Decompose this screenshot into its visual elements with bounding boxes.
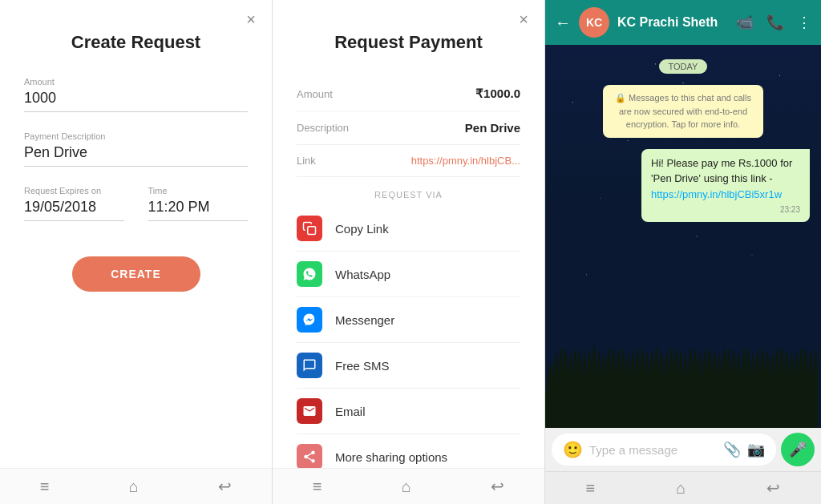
share-icon-5 [297, 444, 322, 468]
amount-value: 1000 [24, 90, 248, 112]
menu-icon-p3[interactable]: ≡ [586, 479, 596, 498]
home-icon-p2[interactable]: ⌂ [402, 478, 411, 496]
back-icon-p2[interactable]: ↩ [491, 477, 504, 496]
share-icon-1 [297, 261, 322, 287]
create-button[interactable]: CREATE [72, 256, 200, 292]
desc-value: Pen Drive [24, 144, 248, 167]
share-item-free-sms[interactable]: Free SMS [297, 343, 520, 389]
req-desc-label: Description [297, 122, 349, 134]
attach-icon[interactable]: 📎 [723, 441, 741, 458]
more-options-icon[interactable]: ⋮ [797, 14, 811, 31]
wa-input-wrap[interactable]: 🙂 Type a message 📎 📷 [552, 433, 776, 466]
camera-icon[interactable]: 📷 [747, 441, 765, 458]
amount-field-group: Amount 1000 [24, 77, 248, 112]
req-amount-label: Amount [297, 88, 333, 100]
share-icon-2 [297, 307, 322, 333]
request-payment-panel: × Request Payment Amount ₹1000.0 Descrip… [273, 0, 545, 504]
req-link-value[interactable]: https://pmny.in/hlbjCB... [411, 155, 520, 167]
back-icon-p3[interactable]: ↩ [766, 478, 780, 498]
time-field-group: Time 11:20 PM [148, 186, 249, 221]
share-icon-3 [297, 353, 322, 378]
share-item-email[interactable]: Email [297, 389, 520, 434]
emoji-icon[interactable]: 🙂 [563, 440, 583, 459]
panel2-bottom-nav: ≡ ⌂ ↩ [273, 468, 544, 504]
today-badge: TODAY [659, 59, 708, 74]
req-desc-row: Description Pen Drive [297, 111, 520, 145]
share-item-copy-link[interactable]: Copy Link [297, 206, 520, 252]
panel1-bottom-nav: ≡ ⌂ ↩ [0, 468, 272, 504]
home-icon-p3[interactable]: ⌂ [676, 479, 686, 498]
req-amount-row: Amount ₹1000.0 [297, 77, 520, 111]
share-list: Copy LinkWhatsAppMessengerFree SMSEmailM… [297, 206, 520, 468]
back-icon[interactable]: ↩ [218, 477, 232, 496]
req-desc-value: Pen Drive [465, 121, 520, 135]
share-label-2: Messenger [335, 313, 394, 327]
desc-label: Payment Description [24, 131, 248, 141]
message-input[interactable]: Type a message [589, 443, 717, 457]
share-label-1: WhatsApp [335, 268, 390, 281]
share-item-whatsapp[interactable]: WhatsApp [297, 252, 520, 297]
call-icon[interactable]: 📞 [766, 14, 784, 31]
expires-field-group: Request Expires on 19/05/2018 [24, 186, 124, 221]
wa-chat-body: TODAY 🔒 Messages to this chat and calls … [545, 45, 821, 428]
create-request-panel: × Create Request Amount 1000 Payment Des… [0, 0, 273, 504]
req-link-label: Link [297, 155, 316, 167]
share-item-more-sharing-options[interactable]: More sharing options [297, 434, 520, 468]
time-value: 11:20 PM [148, 199, 249, 221]
wa-header-icons: 📹 📞 ⋮ [736, 14, 811, 31]
close-button-panel2[interactable]: × [519, 11, 528, 27]
expires-value: 19/05/2018 [24, 199, 124, 221]
system-message: 🔒 Messages to this chat and calls are no… [603, 85, 763, 138]
close-button-panel1[interactable]: × [246, 11, 256, 27]
share-label-5: More sharing options [335, 450, 447, 464]
chat-text: Hi! Please pay me Rs.1000 for 'Pen Drive… [651, 157, 792, 185]
svg-rect-0 [308, 227, 316, 235]
chat-bubble: Hi! Please pay me Rs.1000 for 'Pen Drive… [641, 149, 810, 223]
req-via-label: REQUEST VIA [297, 190, 520, 200]
description-field-group: Payment Description Pen Drive [24, 131, 248, 167]
menu-icon[interactable]: ≡ [40, 478, 50, 496]
avatar: KC [579, 7, 609, 38]
whatsapp-panel: ← KC KC Prachi Sheth 📹 📞 ⋮ TODAY 🔒 Messa… [545, 0, 821, 504]
wa-input-bar: 🙂 Type a message 📎 📷 🎤 [545, 428, 821, 471]
req-amount-value: ₹1000.0 [475, 87, 520, 101]
grass-silhouette [545, 332, 818, 428]
home-icon[interactable]: ⌂ [129, 478, 139, 496]
panel2-title: Request Payment [297, 32, 520, 53]
share-label-3: Free SMS [335, 359, 390, 373]
chat-time: 23:23 [651, 204, 800, 216]
share-label-4: Email [335, 405, 366, 418]
amount-label: Amount [24, 77, 248, 87]
time-label: Time [148, 186, 249, 196]
share-item-messenger[interactable]: Messenger [297, 297, 520, 343]
contact-name: KC Prachi Sheth [617, 15, 728, 30]
share-icon-0 [297, 216, 322, 241]
panel1-title: Create Request [24, 32, 248, 53]
expires-row: Request Expires on 19/05/2018 Time 11:20… [24, 186, 248, 240]
menu-icon-p2[interactable]: ≡ [313, 478, 322, 496]
chat-link[interactable]: https://pmny.in/hlbjCBi5xr1w [651, 188, 782, 200]
wa-back-button[interactable]: ← [555, 14, 571, 32]
video-call-icon[interactable]: 📹 [736, 14, 754, 31]
share-icon-4 [297, 398, 322, 424]
wa-bottom-nav: ≡ ⌂ ↩ [545, 471, 821, 504]
share-label-0: Copy Link [335, 222, 389, 236]
req-link-row: Link https://pmny.in/hlbjCB... [297, 145, 520, 177]
expires-label: Request Expires on [24, 186, 124, 196]
mic-button[interactable]: 🎤 [781, 433, 815, 466]
wa-header: ← KC KC Prachi Sheth 📹 📞 ⋮ [545, 0, 821, 45]
